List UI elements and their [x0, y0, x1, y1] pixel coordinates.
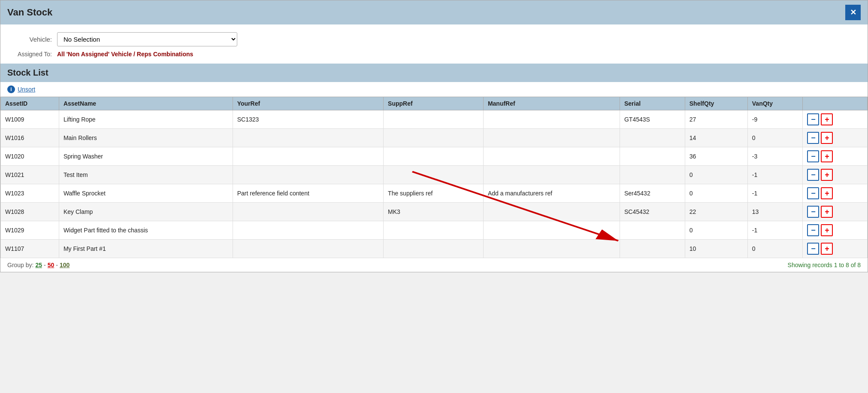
showing-records: Showing records 1 to 8 of 8	[788, 262, 861, 268]
action-cell: −+	[807, 150, 863, 162]
decrement-button[interactable]: −	[807, 150, 819, 162]
table-row: W1020Spring Washer36-3−+	[1, 147, 868, 166]
col-manuf-ref: ManufRef	[483, 97, 620, 110]
increment-button[interactable]: +	[821, 243, 833, 255]
table-footer: Group by: 25 - 50 - 100 Showing records …	[0, 258, 868, 272]
info-icon[interactable]: i	[7, 85, 15, 93]
table-row: W1023Waffle SprocketPart reference field…	[1, 184, 868, 203]
table-container: AssetID AssetName YourRef SuppRef ManufR…	[0, 97, 868, 258]
title-bar: Van Stock ✕	[0, 0, 868, 24]
increment-button[interactable]: +	[821, 224, 833, 236]
group-100-link[interactable]: 100	[60, 262, 70, 268]
action-cell: −+	[807, 243, 863, 255]
decrement-button[interactable]: −	[807, 132, 819, 144]
assigned-label: Assigned To:	[18, 51, 52, 58]
group-dash-1: -	[44, 262, 46, 268]
action-cell: −+	[807, 113, 863, 125]
decrement-button[interactable]: −	[807, 169, 819, 181]
action-cell: −+	[807, 169, 863, 181]
increment-button[interactable]: +	[821, 206, 833, 218]
decrement-button[interactable]: −	[807, 224, 819, 236]
increment-button[interactable]: +	[821, 150, 833, 162]
table-row: W1009Lifting RopeSC1323GT4543S27-9−+	[1, 110, 868, 129]
group-by-section: Group by: 25 - 50 - 100	[7, 262, 70, 268]
action-cell: −+	[807, 132, 863, 144]
stock-table: AssetID AssetName YourRef SuppRef ManufR…	[0, 97, 868, 258]
col-asset-id: AssetID	[1, 97, 59, 110]
group-50-link[interactable]: 50	[48, 262, 54, 268]
increment-button[interactable]: +	[821, 132, 833, 144]
increment-button[interactable]: +	[821, 169, 833, 181]
action-cell: −+	[807, 224, 863, 236]
decrement-button[interactable]: −	[807, 206, 819, 218]
table-row: W1107My First Part #1100−+	[1, 240, 868, 258]
group-25-link[interactable]: 25	[35, 262, 42, 268]
col-your-ref: YourRef	[233, 97, 383, 110]
table-header-row: AssetID AssetName YourRef SuppRef ManufR…	[1, 97, 868, 110]
table-row: W1029Widget Part fitted to the chassis0-…	[1, 221, 868, 240]
decrement-button[interactable]: −	[807, 187, 819, 199]
table-row: W1028Key ClampMK3SC454322213−+	[1, 203, 868, 221]
action-cell: −+	[807, 206, 863, 218]
vehicle-select[interactable]: No Selection	[57, 32, 237, 46]
col-actions	[803, 97, 868, 110]
unsort-row: i Unsort	[0, 82, 868, 97]
action-cell: −+	[807, 187, 863, 199]
window-title: Van Stock	[7, 7, 52, 18]
van-stock-window: Van Stock ✕ Vehicle: No Selection Assign…	[0, 0, 868, 272]
col-shelf-qty: ShelfQty	[685, 97, 747, 110]
table-row: W1021Test Item0-1−+	[1, 166, 868, 184]
vehicle-row: Vehicle: No Selection	[18, 32, 850, 46]
decrement-button[interactable]: −	[807, 113, 819, 125]
assigned-value: All 'Non Assigned' Vehicle / Reps Combin…	[57, 51, 193, 58]
vehicle-label: Vehicle:	[18, 36, 52, 43]
col-van-qty: VanQty	[747, 97, 803, 110]
decrement-button[interactable]: −	[807, 243, 819, 255]
assigned-row: Assigned To: All 'Non Assigned' Vehicle …	[18, 51, 850, 58]
increment-button[interactable]: +	[821, 113, 833, 125]
group-dash-2: -	[56, 262, 58, 268]
close-button[interactable]: ✕	[845, 5, 861, 20]
stock-list-header: Stock List	[0, 64, 868, 82]
col-supp-ref: SuppRef	[384, 97, 484, 110]
group-by-label: Group by:	[7, 262, 33, 268]
col-asset-name: AssetName	[59, 97, 233, 110]
table-row: W1016Main Rollers140−+	[1, 129, 868, 147]
unsort-link[interactable]: Unsort	[18, 86, 35, 93]
col-serial: Serial	[620, 97, 685, 110]
vehicle-section: Vehicle: No Selection Assigned To: All '…	[0, 24, 868, 64]
increment-button[interactable]: +	[821, 187, 833, 199]
